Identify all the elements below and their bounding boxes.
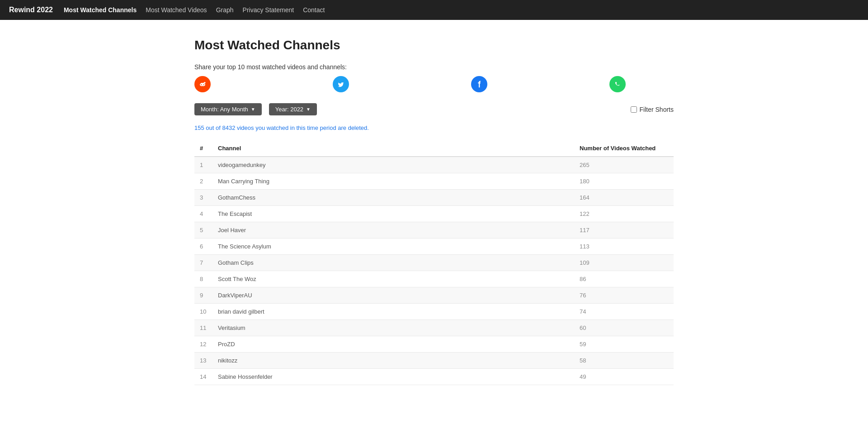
share-label: Share your top 10 most watched videos an…: [194, 63, 674, 71]
table-cell-channel: brian david gilbert: [212, 304, 574, 320]
table-row: 14Sabine Hossenfelder49: [194, 369, 674, 385]
table-cell-num: 7: [194, 255, 212, 271]
table-row: 3GothamChess164: [194, 190, 674, 206]
table-row: 8Scott The Woz86: [194, 271, 674, 287]
table-cell-views: 113: [574, 238, 674, 255]
share-reddit-wrap: [194, 76, 211, 92]
table-cell-channel: The Escapist: [212, 206, 574, 222]
table-cell-channel: nikitozz: [212, 353, 574, 369]
table-cell-channel: Sabine Hossenfelder: [212, 369, 574, 385]
filter-shorts-checkbox[interactable]: [631, 106, 637, 113]
page-title: Most Watched Channels: [194, 38, 674, 52]
table-body: 1videogamedunkey2652Man Carrying Thing18…: [194, 157, 674, 385]
share-twitter-wrap: [333, 76, 349, 92]
table-cell-views: 109: [574, 255, 674, 271]
share-whatsapp-wrap: [609, 76, 626, 92]
table-cell-channel: Veritasium: [212, 320, 574, 336]
year-dropdown-arrow: ▼: [306, 107, 311, 112]
table-cell-channel: Man Carrying Thing: [212, 173, 574, 190]
table-cell-views: 164: [574, 190, 674, 206]
table-row: 1videogamedunkey265: [194, 157, 674, 173]
table-cell-num: 13: [194, 353, 212, 369]
table-cell-num: 8: [194, 271, 212, 287]
info-text: 155 out of 8432 videos you watched in th…: [194, 124, 674, 131]
table-row: 9DarkViperAU76: [194, 287, 674, 304]
table-cell-views: 76: [574, 287, 674, 304]
col-header-num: #: [194, 140, 212, 157]
month-filter-label: Month: Any Month: [201, 106, 248, 113]
table-cell-views: 58: [574, 353, 674, 369]
table-cell-views: 59: [574, 336, 674, 353]
table-row: 11Veritasium60: [194, 320, 674, 336]
nav-graph[interactable]: Graph: [216, 6, 234, 14]
table-cell-num: 6: [194, 238, 212, 255]
table-cell-num: 10: [194, 304, 212, 320]
table-cell-num: 14: [194, 369, 212, 385]
table-row: 12ProZD59: [194, 336, 674, 353]
table-cell-channel: Joel Haver: [212, 222, 574, 238]
nav-most-watched-channels[interactable]: Most Watched Channels: [64, 6, 137, 14]
table-row: 5Joel Haver117: [194, 222, 674, 238]
nav-contact[interactable]: Contact: [303, 6, 325, 14]
table-cell-channel: ProZD: [212, 336, 574, 353]
table-header-row: # Channel Number of Videos Watched: [194, 140, 674, 157]
table-cell-views: 265: [574, 157, 674, 173]
reddit-share-icon[interactable]: [194, 76, 211, 92]
share-icons-row: [194, 76, 674, 92]
table-cell-channel: GothamChess: [212, 190, 574, 206]
table-row: 10brian david gilbert74: [194, 304, 674, 320]
table-row: 4The Escapist122: [194, 206, 674, 222]
table-cell-num: 1: [194, 157, 212, 173]
table-cell-views: 86: [574, 271, 674, 287]
table-row: 6The Science Asylum113: [194, 238, 674, 255]
table-cell-views: 49: [574, 369, 674, 385]
svg-point-3: [203, 84, 204, 85]
twitter-share-icon[interactable]: [333, 76, 349, 92]
filter-shorts-label[interactable]: Filter Shorts: [640, 106, 674, 113]
table-cell-num: 11: [194, 320, 212, 336]
col-header-views: Number of Videos Watched: [574, 140, 674, 157]
table-cell-views: 60: [574, 320, 674, 336]
svg-point-6: [203, 83, 204, 84]
year-filter-label: Year: 2022: [275, 106, 303, 113]
table-cell-channel: Scott The Woz: [212, 271, 574, 287]
table-row: 13nikitozz58: [194, 353, 674, 369]
table-cell-num: 2: [194, 173, 212, 190]
table-cell-channel: The Science Asylum: [212, 238, 574, 255]
table-header: # Channel Number of Videos Watched: [194, 140, 674, 157]
share-facebook-wrap: [471, 76, 487, 92]
col-header-channel: Channel: [212, 140, 574, 157]
table-cell-channel: Gotham Clips: [212, 255, 574, 271]
table-cell-views: 180: [574, 173, 674, 190]
table-row: 7Gotham Clips109: [194, 255, 674, 271]
table-cell-views: 74: [574, 304, 674, 320]
channels-table: # Channel Number of Videos Watched 1vide…: [194, 140, 674, 385]
facebook-share-icon[interactable]: [471, 76, 487, 92]
table-cell-num: 5: [194, 222, 212, 238]
nav-most-watched-videos[interactable]: Most Watched Videos: [146, 6, 207, 14]
nav-privacy-statement[interactable]: Privacy Statement: [243, 6, 294, 14]
table-cell-views: 122: [574, 206, 674, 222]
month-dropdown-arrow: ▼: [251, 107, 255, 112]
table-cell-num: 4: [194, 206, 212, 222]
filters-row: Month: Any Month ▼ Year: 2022 ▼ Filter S…: [194, 103, 674, 115]
svg-point-5: [201, 83, 202, 84]
nav-links: Most Watched Channels Most Watched Video…: [64, 6, 325, 14]
month-filter-button[interactable]: Month: Any Month ▼: [194, 103, 262, 115]
table-row: 2Man Carrying Thing180: [194, 173, 674, 190]
table-cell-channel: DarkViperAU: [212, 287, 574, 304]
table-cell-channel: videogamedunkey: [212, 157, 574, 173]
table-cell-num: 9: [194, 287, 212, 304]
table-cell-num: 12: [194, 336, 212, 353]
svg-point-1: [200, 83, 205, 86]
table-cell-num: 3: [194, 190, 212, 206]
svg-point-2: [201, 84, 202, 85]
svg-point-9: [613, 79, 623, 89]
year-filter-button[interactable]: Year: 2022 ▼: [269, 103, 317, 115]
whatsapp-share-icon[interactable]: [609, 76, 626, 92]
navbar: Rewind 2022 Most Watched Channels Most W…: [0, 0, 868, 20]
brand-logo: Rewind 2022: [9, 6, 53, 14]
table-cell-views: 117: [574, 222, 674, 238]
main-content: Most Watched Channels Share your top 10 …: [185, 20, 683, 403]
filter-shorts-wrap: Filter Shorts: [631, 106, 674, 113]
